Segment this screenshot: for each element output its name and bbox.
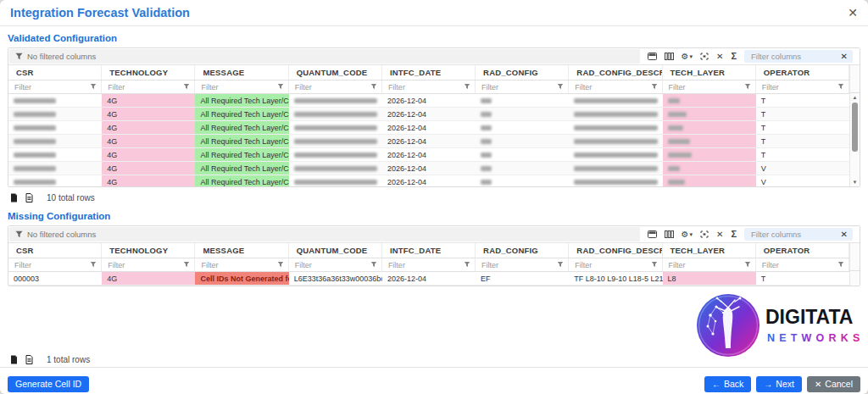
next-button[interactable]: →Next bbox=[756, 376, 802, 392]
column-header-intfc_date[interactable]: INTFC_DATE bbox=[382, 243, 476, 258]
column-header-rad_config_description[interactable]: RAD_CONFIG_DESCRIPTION bbox=[569, 243, 662, 258]
filter-input-csr[interactable]: Filter bbox=[8, 258, 102, 271]
filter-input-rad_config[interactable]: Filter bbox=[476, 258, 569, 271]
table-row[interactable]: 4GAll Required Tech Layer/CellIDs ...202… bbox=[8, 148, 849, 162]
filter-dropdown-icon[interactable] bbox=[370, 261, 377, 269]
filter-dropdown-icon[interactable] bbox=[744, 83, 751, 92]
filter-dropdown-icon[interactable] bbox=[557, 261, 564, 269]
table-row[interactable]: 4GAll Required Tech Layer/CellIDs ...202… bbox=[8, 121, 849, 135]
fit-columns-icon[interactable] bbox=[700, 230, 709, 238]
no-filtered-columns-chip: No filtered columns bbox=[9, 49, 640, 64]
column-header-message[interactable]: MESSAGE bbox=[195, 65, 288, 80]
generate-cell-id-button[interactable]: Generate Cell ID bbox=[8, 376, 89, 392]
column-chooser-icon[interactable] bbox=[665, 53, 674, 60]
filter-input-technology[interactable]: Filter bbox=[102, 80, 195, 93]
table-row[interactable]: 4GAll Required Tech Layer/CellIDs ...202… bbox=[8, 162, 849, 175]
filter-columns-input[interactable] bbox=[749, 51, 837, 62]
column-header-rad_config[interactable]: RAD_CONFIG bbox=[476, 65, 569, 80]
filter-columns-input[interactable] bbox=[749, 229, 837, 240]
filter-dropdown-icon[interactable] bbox=[744, 261, 751, 269]
vertical-scrollbar[interactable]: ▲ ▼ bbox=[849, 65, 860, 186]
filter-input-intfc_date[interactable]: Filter bbox=[382, 80, 476, 93]
column-header-operator[interactable]: OPERATOR bbox=[756, 65, 849, 80]
column-header-quantum_code[interactable]: QUANTUM_CODE bbox=[289, 243, 382, 258]
export-file-icon[interactable] bbox=[10, 355, 18, 364]
filter-dropdown-icon[interactable] bbox=[277, 83, 284, 92]
back-button[interactable]: ←Back bbox=[704, 376, 751, 392]
sum-icon[interactable]: Σ bbox=[731, 52, 737, 61]
filter-dropdown-icon[interactable] bbox=[183, 83, 190, 92]
cell-message: All Required Tech Layer/CellIDs ... bbox=[195, 121, 288, 134]
filter-input-operator[interactable]: Filter bbox=[756, 80, 849, 93]
scroll-up-icon[interactable]: ▲ bbox=[853, 94, 858, 101]
filter-input-tech_layer[interactable]: Filter bbox=[663, 258, 756, 271]
filter-dropdown-icon[interactable] bbox=[90, 261, 97, 269]
close-icon[interactable]: ✕ bbox=[848, 7, 858, 19]
filter-dropdown-icon[interactable] bbox=[651, 261, 658, 269]
filter-dropdown-icon[interactable] bbox=[370, 83, 377, 92]
filter-input-csr[interactable]: Filter bbox=[8, 80, 102, 93]
column-header-csr[interactable]: CSR bbox=[8, 243, 102, 258]
no-filtered-columns-chip: No filtered columns bbox=[9, 227, 640, 241]
column-header-rad_config[interactable]: RAD_CONFIG bbox=[476, 243, 569, 258]
fit-columns-icon[interactable] bbox=[700, 53, 709, 60]
table-row[interactable]: 4GAll Required Tech Layer/CellIDs ...202… bbox=[8, 108, 849, 121]
scroll-down-icon[interactable]: ▼ bbox=[853, 179, 858, 186]
cell-csr: 000003 bbox=[8, 272, 102, 285]
column-header-technology[interactable]: TECHNOLOGY bbox=[102, 243, 195, 258]
column-header-intfc_date[interactable]: INTFC_DATE bbox=[382, 65, 476, 80]
column-header-rad_config_description[interactable]: RAD_CONFIG_DESCRIPTION bbox=[569, 65, 662, 80]
filter-input-intfc_date[interactable]: Filter bbox=[382, 258, 476, 271]
table-row[interactable]: 4GAll Required Tech Layer/CellIDs ...202… bbox=[8, 175, 849, 186]
column-header-message[interactable]: MESSAGE bbox=[195, 243, 288, 258]
filter-input-rad_config_description[interactable]: Filter bbox=[569, 80, 662, 93]
filter-dropdown-icon[interactable] bbox=[464, 261, 470, 269]
column-header-csr[interactable]: CSR bbox=[8, 65, 102, 80]
export-file-icon[interactable] bbox=[10, 193, 18, 203]
table-row[interactable]: 4GAll Required Tech Layer/CellIDs ...202… bbox=[8, 94, 849, 108]
filter-input-technology[interactable]: Filter bbox=[102, 258, 195, 271]
filter-input-quantum_code[interactable]: Filter bbox=[289, 258, 382, 271]
filter-input-rad_config_description[interactable]: Filter bbox=[569, 258, 662, 271]
clear-filters-icon[interactable]: ✕ bbox=[716, 53, 723, 61]
filter-dropdown-icon[interactable] bbox=[651, 83, 658, 92]
settings-gear-icon[interactable]: ⚙▾ bbox=[682, 230, 693, 239]
layout-panel-icon[interactable] bbox=[648, 230, 657, 238]
validated-grid: No filtered columns ⚙▾ ✕ Σ ✕ bbox=[8, 47, 860, 187]
column-header-tech_layer[interactable]: TECH_LAYER bbox=[663, 243, 756, 258]
filter-dropdown-icon[interactable] bbox=[90, 83, 97, 92]
filter-input-message[interactable]: Filter bbox=[195, 80, 288, 93]
filter-input-tech_layer[interactable]: Filter bbox=[663, 80, 756, 93]
export-csv-icon[interactable] bbox=[25, 355, 33, 364]
filter-dropdown-icon[interactable] bbox=[464, 83, 470, 92]
layout-panel-icon[interactable] bbox=[648, 53, 657, 60]
scrollbar-thumb[interactable] bbox=[852, 103, 858, 152]
clear-filters-icon[interactable]: ✕ bbox=[716, 230, 723, 239]
cancel-button[interactable]: ✕Cancel bbox=[807, 376, 860, 392]
column-header-tech_layer[interactable]: TECH_LAYER bbox=[663, 65, 756, 80]
column-header-technology[interactable]: TECHNOLOGY bbox=[102, 65, 195, 80]
filter-dropdown-icon[interactable] bbox=[837, 83, 844, 92]
table-row[interactable]: 4GAll Required Tech Layer/CellIDs ...202… bbox=[8, 135, 849, 148]
cell-rad_config bbox=[476, 94, 569, 107]
export-csv-icon[interactable] bbox=[25, 193, 33, 203]
filter-dropdown-icon[interactable] bbox=[557, 83, 564, 92]
filter-input-rad_config[interactable]: Filter bbox=[476, 80, 569, 93]
filter-input-message[interactable]: Filter bbox=[195, 258, 288, 271]
settings-gear-icon[interactable]: ⚙▾ bbox=[682, 53, 693, 61]
filter-dropdown-icon[interactable] bbox=[837, 261, 844, 269]
column-header-operator[interactable]: OPERATOR bbox=[756, 243, 849, 258]
cell-intfc_date: 2026-12-04 bbox=[382, 121, 476, 134]
grid-footer: 10 total rows bbox=[8, 187, 860, 204]
filter-input-quantum_code[interactable]: Filter bbox=[289, 80, 382, 93]
clear-search-icon[interactable]: ✕ bbox=[841, 230, 848, 239]
filter-input-operator[interactable]: Filter bbox=[756, 258, 849, 271]
filter-dropdown-icon[interactable] bbox=[183, 261, 190, 269]
vertical-scrollbar[interactable] bbox=[849, 243, 860, 286]
filter-dropdown-icon[interactable] bbox=[277, 261, 284, 269]
clear-search-icon[interactable]: ✕ bbox=[841, 52, 848, 61]
table-row[interactable]: 0000034GCell IDs Not Generated for Tech … bbox=[8, 272, 849, 286]
sum-icon[interactable]: Σ bbox=[731, 230, 737, 239]
column-header-quantum_code[interactable]: QUANTUM_CODE bbox=[289, 65, 382, 80]
column-chooser-icon[interactable] bbox=[665, 230, 674, 238]
